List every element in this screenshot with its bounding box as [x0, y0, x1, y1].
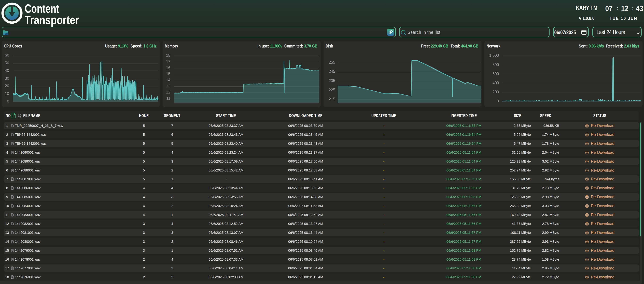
- svg-text:A: A: [20, 114, 22, 116]
- svg-text:Z: Z: [20, 116, 21, 118]
